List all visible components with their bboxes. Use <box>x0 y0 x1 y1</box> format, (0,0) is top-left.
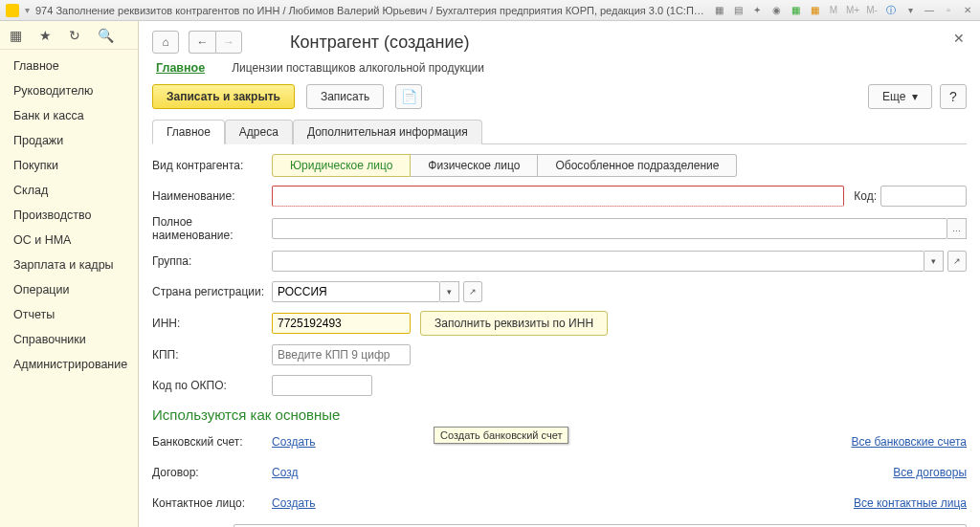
contact-all-link[interactable]: Все контактные лица <box>854 496 967 510</box>
toolbar: Записать и закрыть Записать 📄 Еще ▾ ? <box>152 84 967 109</box>
sidebar-item[interactable]: Администрирование <box>0 352 138 377</box>
help-button[interactable]: ? <box>940 84 967 109</box>
save-close-button[interactable]: Записать и закрыть <box>152 84 295 109</box>
inn-input[interactable] <box>272 313 411 334</box>
tb-icon-1[interactable]: ▦ <box>712 4 725 17</box>
fullname-input[interactable] <box>272 218 947 239</box>
top-nav: ⌂ ← → Контрагент (создание) <box>152 31 967 54</box>
kind-segment: Юридическое лицо Физическое лицо Обособл… <box>272 154 737 177</box>
sidebar-item[interactable]: Зарплата и кадры <box>0 253 138 277</box>
code-label: Код: <box>854 189 877 203</box>
sidebar-item[interactable]: Склад <box>0 178 138 203</box>
kpp-input[interactable] <box>272 344 411 365</box>
kind-label: Вид контрагента: <box>152 159 272 172</box>
titlebar-buttons: ▦ ▤ ✦ ◉ ▦ ▦ M M+ M- ⓘ ▾ — ▫ ✕ <box>712 4 974 17</box>
close-window-icon[interactable]: ✕ <box>961 4 974 17</box>
subnav-licenses[interactable]: Лицензии поставщиков алкогольной продукц… <box>232 61 484 75</box>
home-button[interactable]: ⌂ <box>152 31 179 54</box>
contract-create-link[interactable]: Созд <box>272 466 298 479</box>
subnav-main[interactable]: Главное <box>156 61 205 75</box>
tb-icon-4[interactable]: ◉ <box>769 4 783 17</box>
sub-nav: Главное Лицензии поставщиков алкогольной… <box>152 61 967 75</box>
chevron-down-icon[interactable]: ▾ <box>25 5 30 15</box>
star-icon[interactable]: ★ <box>39 28 52 43</box>
sidebar-toolbar: ▦ ★ ↻ 🔍 <box>0 21 138 50</box>
country-dropdown-button[interactable]: ▾ <box>440 281 459 302</box>
contract-label: Договор: <box>152 466 272 479</box>
minimize-icon[interactable]: — <box>923 4 936 17</box>
country-input[interactable] <box>272 281 440 302</box>
defaults-header: Используются как основные <box>152 406 967 423</box>
code-input[interactable] <box>880 186 967 207</box>
inn-label: ИНН: <box>152 317 272 330</box>
tb-icon-3[interactable]: ✦ <box>750 4 764 17</box>
maximize-icon[interactable]: ▫ <box>942 4 955 17</box>
search-icon[interactable]: 🔍 <box>98 28 114 43</box>
okpo-label: Код по ОКПО: <box>152 379 272 392</box>
tb-m1[interactable]: M <box>827 4 840 17</box>
sidebar-item[interactable]: Справочники <box>0 327 138 352</box>
bank-all-link[interactable]: Все банковские счета <box>851 435 967 449</box>
window-title: 974 Заполнение реквизитов контрагентов п… <box>35 5 706 16</box>
tab-addresses[interactable]: Адреса <box>225 120 293 144</box>
okpo-input[interactable] <box>272 375 372 396</box>
tabset: Главное Адреса Дополнительная информация <box>152 119 967 144</box>
fullname-expand-button[interactable]: … <box>947 218 967 239</box>
contact-label: Контактное лицо: <box>152 496 272 510</box>
name-input[interactable] <box>272 186 844 207</box>
tab-additional[interactable]: Дополнительная информация <box>293 120 482 144</box>
sidebar-item[interactable]: Отчеты <box>0 302 138 327</box>
bank-create-link[interactable]: Создать <box>272 435 316 449</box>
history-icon[interactable]: ↻ <box>69 28 80 43</box>
sidebar: ▦ ★ ↻ 🔍 Главное Руководителю Банк и касс… <box>0 21 139 527</box>
tb-icon-2[interactable]: ▤ <box>731 4 745 17</box>
more-button[interactable]: Еще ▾ <box>868 84 932 109</box>
fill-by-inn-button[interactable]: Заполнить реквизиты по ИНН <box>420 311 608 336</box>
contract-all-link[interactable]: Все договоры <box>893 466 967 479</box>
country-label: Страна регистрации: <box>152 285 272 298</box>
tb-drop-icon[interactable]: ▾ <box>903 4 917 17</box>
group-label: Группа: <box>152 254 272 268</box>
sidebar-item[interactable]: Производство <box>0 203 138 228</box>
save-button[interactable]: Записать <box>306 84 384 109</box>
sidebar-item[interactable]: Банк и касса <box>0 103 138 128</box>
forward-button[interactable]: → <box>215 31 242 54</box>
kind-branch[interactable]: Обособленное подразделение <box>538 154 737 177</box>
group-input[interactable] <box>272 251 924 272</box>
country-open-button[interactable]: ↗ <box>463 281 482 302</box>
sidebar-items: Главное Руководителю Банк и касса Продаж… <box>0 50 138 377</box>
fullname-label: Полное наименование: <box>152 215 272 242</box>
page-title: Контрагент (создание) <box>290 33 469 53</box>
sidebar-item[interactable]: Руководителю <box>0 78 138 103</box>
bank-label: Банковский счет: <box>152 435 272 449</box>
app-icon <box>6 4 19 17</box>
tb-icon-6[interactable]: ▦ <box>808 4 821 17</box>
sidebar-item[interactable]: Покупки <box>0 153 138 178</box>
tb-m2[interactable]: M+ <box>846 4 859 17</box>
close-icon[interactable]: ✕ <box>953 31 965 46</box>
kind-individual[interactable]: Физическое лицо <box>411 154 538 177</box>
sidebar-item[interactable]: ОС и НМА <box>0 228 138 253</box>
name-label: Наименование: <box>152 189 272 203</box>
grid-icon[interactable]: ▦ <box>10 28 22 43</box>
file-button[interactable]: 📄 <box>395 84 422 109</box>
title-bar: ▾ 974 Заполнение реквизитов контрагентов… <box>0 0 980 21</box>
sidebar-item[interactable]: Главное <box>0 54 138 78</box>
sidebar-item[interactable]: Продажи <box>0 128 138 153</box>
contact-create-link[interactable]: Создать <box>272 496 316 510</box>
group-open-button[interactable]: ↗ <box>947 251 967 272</box>
form-area: Вид контрагента: Юридическое лицо Физиче… <box>152 144 967 527</box>
tab-main[interactable]: Главное <box>152 120 225 144</box>
tb-icon-5[interactable]: ▦ <box>789 4 802 17</box>
kpp-label: КПП: <box>152 348 272 362</box>
kind-legal[interactable]: Юридическое лицо <box>272 154 411 177</box>
sidebar-item[interactable]: Операции <box>0 277 138 302</box>
content-area: ✕ ⌂ ← → Контрагент (создание) Главное Ли… <box>139 21 980 527</box>
tb-info-icon[interactable]: ⓘ <box>884 4 898 17</box>
group-dropdown-button[interactable]: ▾ <box>924 251 944 272</box>
back-button[interactable]: ← <box>189 31 215 54</box>
tb-m3[interactable]: M- <box>865 4 879 17</box>
